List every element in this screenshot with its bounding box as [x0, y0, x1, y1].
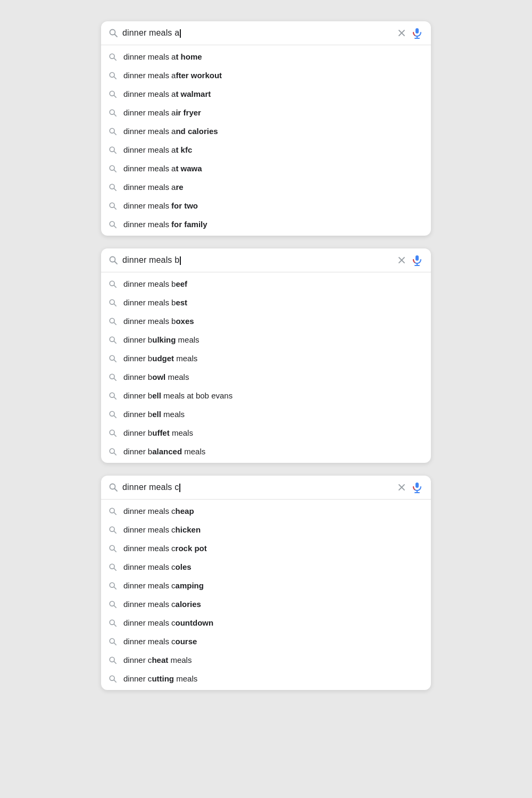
suggestion-item[interactable]: dinner meals calories	[101, 595, 431, 613]
search-input-row: dinner meals a	[101, 21, 431, 45]
suggestion-after-text: meals	[170, 428, 193, 437]
suggestion-item[interactable]: dinner meals at home	[101, 47, 431, 66]
suggestion-item[interactable]: dinner bowl meals	[101, 368, 431, 386]
suggestion-bold-text: ir fryer	[176, 108, 201, 117]
search-input[interactable]: dinner meals b	[122, 255, 393, 265]
suggestion-text: dinner bell meals	[123, 410, 185, 419]
suggestion-bold-text: amping	[176, 581, 204, 590]
text-cursor	[179, 484, 180, 492]
suggestion-item[interactable]: dinner meals chicken	[101, 520, 431, 539]
suggestion-item[interactable]: dinner meals camping	[101, 576, 431, 595]
suggestion-text: dinner meals at walmart	[123, 89, 211, 98]
suggestion-item[interactable]: dinner meals coles	[101, 558, 431, 576]
suggestion-after-text: meals	[182, 447, 205, 456]
suggestion-search-icon	[109, 146, 117, 154]
suggestion-item[interactable]: dinner meals course	[101, 632, 431, 651]
suggestion-normal-text: dinner b	[123, 354, 152, 363]
suggestion-item[interactable]: dinner meals crock pot	[101, 539, 431, 558]
suggestion-text: dinner meals crock pot	[123, 544, 207, 553]
suggestion-after-text: meals	[176, 335, 199, 344]
suggestion-text: dinner meals and calories	[123, 127, 218, 136]
suggestion-text: dinner cheat meals	[123, 655, 192, 664]
suggestion-normal-text: dinner b	[123, 335, 152, 344]
suggestion-text: dinner meals chicken	[123, 525, 201, 534]
suggestion-list: dinner meals at home dinner meals after …	[101, 45, 431, 236]
mic-icon[interactable]	[411, 481, 423, 494]
svg-line-76	[114, 643, 116, 645]
svg-line-43	[114, 360, 116, 362]
suggestion-text: dinner buffet meals	[123, 428, 193, 437]
suggestion-normal-text: dinner meals b	[123, 317, 176, 326]
suggestion-normal-text: dinner b	[123, 410, 152, 419]
suggestion-item[interactable]: dinner meals and calories	[101, 122, 431, 140]
suggestion-search-icon	[109, 581, 117, 590]
suggestion-item[interactable]: dinner meals are	[101, 178, 431, 196]
suggestion-search-icon	[109, 373, 117, 381]
svg-line-78	[114, 661, 116, 663]
suggestion-item[interactable]: dinner meals for family	[101, 215, 431, 234]
suggestion-text: dinner meals coles	[123, 562, 192, 571]
search-input-row: dinner meals c	[101, 476, 431, 500]
suggestion-normal-text: dinner b	[123, 428, 152, 437]
suggestion-bold-text: t home	[176, 52, 202, 61]
suggestion-item[interactable]: dinner meals countdown	[101, 613, 431, 632]
suggestion-search-icon	[109, 183, 117, 192]
suggestion-search-icon	[109, 619, 117, 627]
suggestion-bold-text: rock pot	[176, 544, 207, 553]
suggestion-item[interactable]: dinner meals best	[101, 293, 431, 312]
suggestion-item[interactable]: dinner buffet meals	[101, 423, 431, 442]
suggestion-search-icon	[109, 526, 117, 534]
suggestion-item[interactable]: dinner meals cheap	[101, 502, 431, 520]
suggestion-item[interactable]: dinner meals for two	[101, 196, 431, 215]
suggestion-normal-text: dinner meals c	[123, 581, 176, 590]
mic-icon[interactable]	[411, 254, 423, 267]
suggestion-normal-text: dinner meals a	[123, 145, 176, 154]
suggestion-item[interactable]: dinner meals at wawa	[101, 159, 431, 178]
suggestion-item[interactable]: dinner balanced meals	[101, 442, 431, 461]
suggestion-item[interactable]: dinner meals after workout	[101, 66, 431, 85]
search-input-row: dinner meals b	[101, 248, 431, 272]
suggestion-item[interactable]: dinner meals air fryer	[101, 103, 431, 122]
svg-line-70	[114, 587, 116, 589]
suggestion-item[interactable]: dinner bulking meals	[101, 330, 431, 349]
suggestion-bold-text: alories	[176, 600, 201, 609]
suggestion-item[interactable]: dinner meals beef	[101, 275, 431, 293]
suggestion-bold-text: utting	[152, 674, 174, 683]
svg-line-35	[114, 285, 116, 287]
suggestion-text: dinner meals camping	[123, 581, 204, 590]
suggestion-item[interactable]: dinner cheat meals	[101, 651, 431, 669]
suggestion-normal-text: dinner meals c	[123, 562, 176, 571]
search-input[interactable]: dinner meals c	[122, 483, 393, 492]
suggestion-search-icon	[109, 637, 117, 646]
suggestion-normal-text: dinner meals a	[123, 71, 176, 80]
svg-line-8	[114, 58, 116, 60]
suggestion-text: dinner meals are	[123, 182, 184, 192]
svg-line-55	[115, 489, 118, 492]
suggestion-item[interactable]: dinner cutting meals	[101, 669, 431, 688]
clear-icon[interactable]	[397, 255, 406, 265]
suggestion-search-icon	[109, 507, 117, 516]
suggestion-list: dinner meals cheap dinner meals chicken …	[101, 500, 431, 690]
svg-line-24	[114, 207, 116, 209]
svg-line-80	[114, 680, 116, 682]
suggestion-list: dinner meals beef dinner meals best dinn…	[101, 272, 431, 463]
suggestion-item[interactable]: dinner meals at walmart	[101, 85, 431, 103]
suggestion-item[interactable]: dinner bell meals	[101, 405, 431, 423]
svg-line-10	[114, 77, 116, 79]
suggestion-item[interactable]: dinner meals at kfc	[101, 140, 431, 159]
suggestion-normal-text: dinner meals c	[123, 506, 176, 516]
suggestion-after-text: meals	[161, 410, 185, 419]
clear-icon[interactable]	[397, 28, 406, 38]
suggestion-item[interactable]: dinner meals boxes	[101, 312, 431, 330]
page-container: dinner meals a dinner meals at home dinn…	[101, 21, 431, 777]
search-input[interactable]: dinner meals a	[122, 28, 393, 38]
svg-line-28	[115, 262, 118, 264]
mic-icon[interactable]	[411, 27, 423, 39]
suggestion-item[interactable]: dinner budget meals	[101, 349, 431, 368]
clear-icon[interactable]	[397, 483, 406, 492]
suggestion-search-icon	[109, 109, 117, 117]
suggestion-search-icon	[109, 392, 117, 400]
suggestion-item[interactable]: dinner bell meals at bob evans	[101, 386, 431, 405]
svg-line-49	[114, 415, 116, 418]
suggestion-search-icon	[109, 675, 117, 683]
